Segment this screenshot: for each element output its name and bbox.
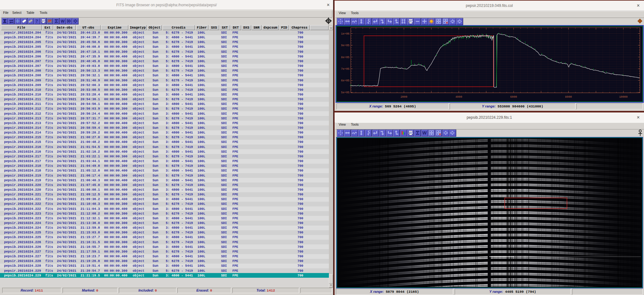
svg-text:4000: 4000: [455, 96, 462, 99]
svg-text:2000: 2000: [401, 96, 408, 99]
svg-text:1e+06: 1e+06: [341, 32, 349, 36]
svg-text:8e+05: 8e+05: [341, 56, 349, 59]
svg-text:8000: 8000: [565, 96, 572, 99]
svg-text:?: ?: [36, 19, 38, 24]
svg-text:5e+05: 5e+05: [341, 91, 349, 94]
svg-text:W: W: [422, 130, 427, 135]
svg-text:10000: 10000: [619, 96, 628, 99]
svg-text:7e+05: 7e+05: [341, 68, 349, 71]
svg-text:W: W: [61, 19, 65, 24]
svg-text:6e+05: 6e+05: [341, 79, 349, 82]
svg-text:6000: 6000: [510, 96, 517, 99]
svg-text:9e+05: 9e+05: [341, 44, 349, 47]
